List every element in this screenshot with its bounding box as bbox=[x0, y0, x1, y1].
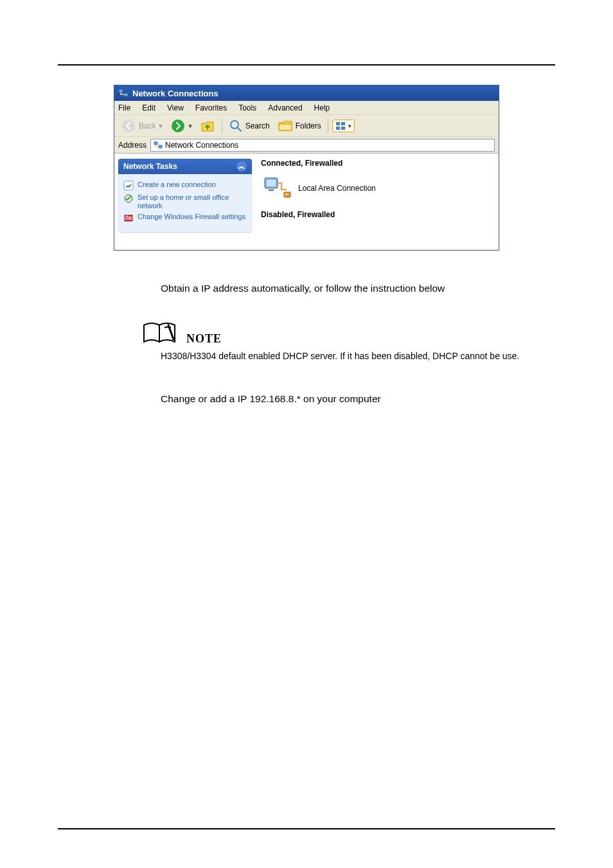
task-setup-home-network[interactable]: Set up a home or small office network bbox=[123, 193, 247, 210]
doc-line-2: Change or add a IP 192.168.8.* on your c… bbox=[161, 393, 555, 405]
task-label: Set up a home or small office network bbox=[138, 193, 247, 210]
back-arrow-icon bbox=[121, 118, 136, 134]
menu-favorites[interactable]: Favorites bbox=[195, 103, 227, 112]
address-label: Address bbox=[118, 141, 147, 150]
content-area: Network Tasks ︽ Create a new connection bbox=[114, 154, 499, 250]
note-block: NOTE bbox=[141, 320, 555, 346]
search-icon bbox=[229, 119, 243, 133]
toolbar-separator bbox=[222, 118, 222, 134]
toolbar: Back ▾ ▾ bbox=[114, 115, 499, 137]
svg-rect-24 bbox=[287, 193, 289, 195]
back-label: Back bbox=[139, 121, 156, 130]
svg-rect-1 bbox=[124, 93, 128, 96]
tasks-header-label: Network Tasks bbox=[123, 162, 177, 171]
views-icon bbox=[335, 121, 347, 130]
menu-view[interactable]: View bbox=[167, 103, 184, 112]
menu-file[interactable]: File bbox=[118, 103, 130, 112]
svg-rect-7 bbox=[341, 122, 345, 125]
svg-rect-6 bbox=[336, 122, 340, 125]
network-connections-icon-small bbox=[154, 141, 163, 150]
xp-window: Network Connections File Edit View Favor… bbox=[114, 85, 499, 251]
left-column: Network Tasks ︽ Create a new connection bbox=[114, 154, 256, 250]
svg-point-4 bbox=[231, 121, 238, 128]
bottom-rule bbox=[58, 828, 555, 829]
menubar: File Edit View Favorites Tools Advanced … bbox=[114, 101, 499, 115]
task-label: Create a new connection bbox=[138, 181, 247, 189]
lan-connection-icon bbox=[263, 175, 292, 201]
svg-rect-0 bbox=[119, 89, 123, 93]
group-connected-header: Connected, Firewalled bbox=[261, 159, 493, 168]
menu-help[interactable]: Help bbox=[314, 103, 330, 112]
svg-point-2 bbox=[122, 120, 135, 132]
menu-tools[interactable]: Tools bbox=[238, 103, 256, 112]
forward-button[interactable]: ▾ bbox=[168, 117, 195, 135]
group-disabled-header: Disabled, Firewalled bbox=[261, 210, 493, 219]
address-bar: Address Network Connections bbox=[114, 137, 499, 154]
task-change-firewall[interactable]: Change Windows Firewall settings bbox=[123, 213, 247, 223]
home-network-icon bbox=[123, 193, 134, 204]
svg-rect-21 bbox=[269, 190, 274, 191]
window-title: Network Connections bbox=[132, 89, 218, 98]
svg-line-5 bbox=[238, 128, 241, 131]
task-label: Change Windows Firewall settings bbox=[138, 213, 247, 221]
connection-name: Local Area Connection bbox=[298, 184, 376, 193]
note-label: NOTE bbox=[186, 332, 222, 346]
folders-icon bbox=[278, 119, 293, 133]
address-value: Network Connections bbox=[165, 141, 238, 150]
svg-rect-9 bbox=[341, 127, 345, 130]
menu-advanced[interactable]: Advanced bbox=[268, 103, 302, 112]
views-dropdown-icon: ▾ bbox=[348, 123, 351, 129]
firewall-icon bbox=[123, 213, 134, 223]
svg-rect-23 bbox=[285, 193, 287, 195]
titlebar: Network Connections bbox=[114, 85, 499, 101]
search-label: Search bbox=[245, 121, 270, 130]
tasks-body: Create a new connection Set up a home or… bbox=[118, 174, 252, 232]
views-button[interactable]: ▾ bbox=[332, 120, 355, 132]
svg-rect-11 bbox=[159, 145, 162, 148]
back-dropdown-icon: ▾ bbox=[159, 121, 163, 130]
svg-point-3 bbox=[172, 120, 184, 132]
network-connections-icon bbox=[118, 88, 129, 98]
folders-label: Folders bbox=[296, 121, 321, 130]
doc-line-1: Obtain a IP address automatically, or fo… bbox=[161, 283, 555, 294]
svg-rect-8 bbox=[336, 127, 340, 130]
tasks-header[interactable]: Network Tasks ︽ bbox=[118, 159, 252, 174]
local-area-connection[interactable]: Local Area Connection bbox=[261, 169, 493, 208]
search-button[interactable]: Search bbox=[226, 117, 272, 135]
wizard-icon bbox=[123, 181, 134, 191]
forward-arrow-icon bbox=[170, 118, 186, 134]
forward-dropdown-icon[interactable]: ▾ bbox=[188, 121, 192, 130]
right-column: Connected, Firewalled Local Area Connect… bbox=[256, 154, 499, 250]
toolbar-separator-2 bbox=[328, 118, 328, 134]
folder-up-icon bbox=[200, 118, 215, 134]
back-button: Back ▾ bbox=[118, 117, 165, 135]
task-create-new-connection[interactable]: Create a new connection bbox=[123, 181, 247, 191]
note-text: H3308/H3304 default enabled DHCP server.… bbox=[161, 351, 555, 361]
up-button[interactable] bbox=[197, 117, 218, 135]
network-tasks-panel: Network Tasks ︽ Create a new connection bbox=[118, 159, 252, 232]
collapse-chevron-icon[interactable]: ︽ bbox=[236, 161, 247, 172]
folders-button[interactable]: Folders bbox=[275, 117, 324, 135]
menu-edit[interactable]: Edit bbox=[142, 103, 155, 112]
top-rule bbox=[58, 64, 555, 66]
address-input[interactable]: Network Connections bbox=[150, 139, 495, 152]
svg-rect-10 bbox=[154, 141, 157, 144]
svg-rect-20 bbox=[267, 180, 276, 186]
book-note-icon bbox=[141, 320, 180, 346]
svg-rect-14 bbox=[125, 215, 132, 221]
